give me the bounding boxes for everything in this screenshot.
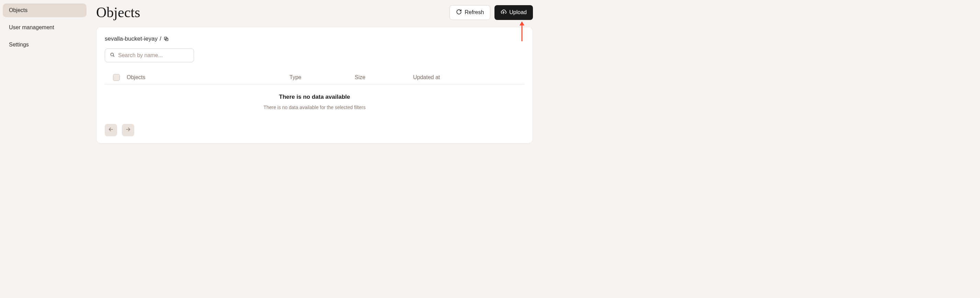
table-header: Objects Type Size Updated at [105,70,524,85]
column-size: Size [355,74,413,80]
upload-icon [501,9,506,16]
column-type: Type [290,74,355,80]
copy-icon[interactable] [164,36,169,42]
column-updated: Updated at [413,74,516,80]
main: Objects Refresh Upload sevalla-buc [89,0,539,164]
search-field[interactable] [105,48,194,62]
page-title: Objects [96,4,140,21]
sidebar-item-label: Settings [9,42,29,48]
prev-page-button[interactable] [105,124,117,136]
column-objects: Objects [127,74,290,80]
breadcrumb-bucket: sevalla-bucket-ieyay [105,35,158,42]
header-actions: Refresh Upload [449,5,533,20]
sidebar: Objects User management Settings [0,0,89,164]
sidebar-item-settings[interactable]: Settings [3,38,86,51]
refresh-label: Refresh [465,9,484,16]
search-icon [110,52,118,59]
refresh-button[interactable]: Refresh [449,5,490,20]
svg-line-4 [113,56,115,57]
search-input[interactable] [118,52,189,59]
objects-panel: sevalla-bucket-ieyay / Objects Type Size [96,27,533,144]
arrow-left-icon [108,126,114,134]
refresh-icon [456,9,462,16]
sidebar-item-objects[interactable]: Objects [3,3,86,17]
select-all-cell [113,74,127,81]
upload-label: Upload [509,9,527,16]
next-page-button[interactable] [122,124,134,136]
upload-button[interactable]: Upload [495,5,533,20]
sidebar-item-label: Objects [9,7,27,13]
pager [105,124,524,136]
breadcrumb-sep: / [160,35,161,42]
empty-title: There is no data available [105,94,524,101]
header: Objects Refresh Upload [96,0,533,27]
select-all-checkbox[interactable] [113,74,120,81]
empty-state: There is no data available There is no d… [105,85,524,116]
arrow-right-icon [125,126,131,134]
sidebar-item-label: User management [9,24,54,30]
sidebar-item-user-management[interactable]: User management [3,21,86,34]
empty-subtitle: There is no data available for the selec… [105,105,524,110]
breadcrumb: sevalla-bucket-ieyay / [105,35,524,42]
